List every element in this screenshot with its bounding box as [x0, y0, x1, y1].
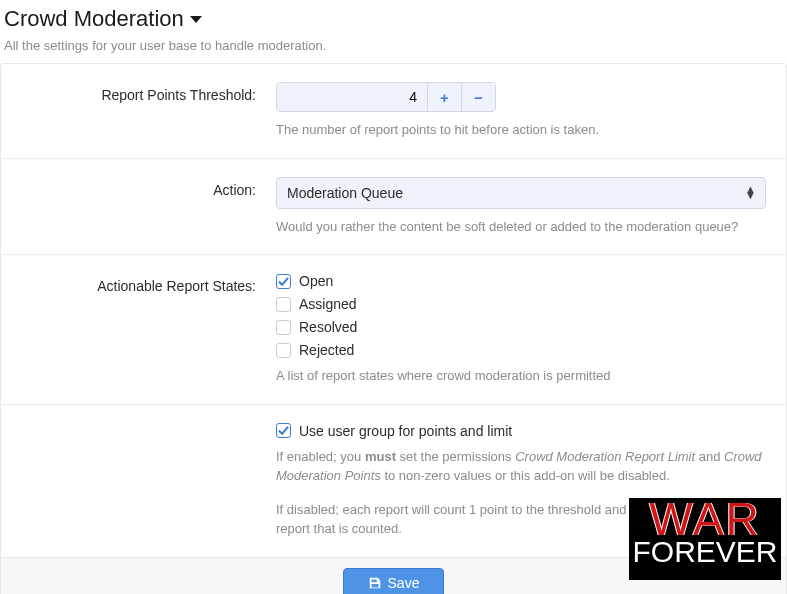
- states-label: Actionable Report States:: [21, 273, 256, 386]
- watermark-logo: WAR FOREVER: [629, 498, 781, 580]
- states-help: A list of report states where crowd mode…: [276, 366, 766, 386]
- threshold-decrement-button[interactable]: −: [461, 83, 495, 111]
- row-states: Actionable Report States: Open Assigned …: [1, 255, 786, 405]
- usergroup-checkbox[interactable]: Use user group for points and limit: [276, 423, 766, 439]
- state-label: Assigned: [299, 296, 357, 312]
- page-title[interactable]: Crowd Moderation: [4, 6, 787, 32]
- state-label: Open: [299, 273, 333, 289]
- threshold-label: Report Points Threshold:: [21, 82, 256, 140]
- state-rejected[interactable]: Rejected: [276, 342, 766, 358]
- checkbox-icon: [276, 297, 291, 312]
- checkbox-icon: [276, 274, 291, 289]
- row-threshold: Report Points Threshold: + − The number …: [1, 64, 786, 159]
- checkbox-icon: [276, 320, 291, 335]
- threshold-help: The number of report points to hit befor…: [276, 120, 766, 140]
- save-button[interactable]: Save: [343, 568, 445, 595]
- page-subtitle: All the settings for your user base to h…: [4, 38, 787, 53]
- state-label: Resolved: [299, 319, 357, 335]
- row-action: Action: Moderation Queue ▲▼ Would you ra…: [1, 159, 786, 256]
- threshold-increment-button[interactable]: +: [427, 83, 461, 111]
- threshold-input[interactable]: [277, 83, 427, 111]
- checkbox-icon: [276, 343, 291, 358]
- usergroup-help1: If enabled; you must set the permissions…: [276, 447, 766, 486]
- caret-down-icon: [190, 16, 202, 23]
- usergroup-label: Use user group for points and limit: [299, 423, 512, 439]
- save-icon: [368, 576, 382, 590]
- threshold-stepper: + −: [276, 82, 496, 112]
- action-help: Would you rather the content be soft del…: [276, 217, 766, 237]
- save-label: Save: [388, 575, 420, 591]
- checkbox-icon: [276, 423, 291, 438]
- page-title-text: Crowd Moderation: [4, 6, 184, 32]
- action-select[interactable]: Moderation Queue: [276, 177, 766, 209]
- state-assigned[interactable]: Assigned: [276, 296, 766, 312]
- state-resolved[interactable]: Resolved: [276, 319, 766, 335]
- action-label: Action:: [21, 177, 256, 237]
- state-open[interactable]: Open: [276, 273, 766, 289]
- state-label: Rejected: [299, 342, 354, 358]
